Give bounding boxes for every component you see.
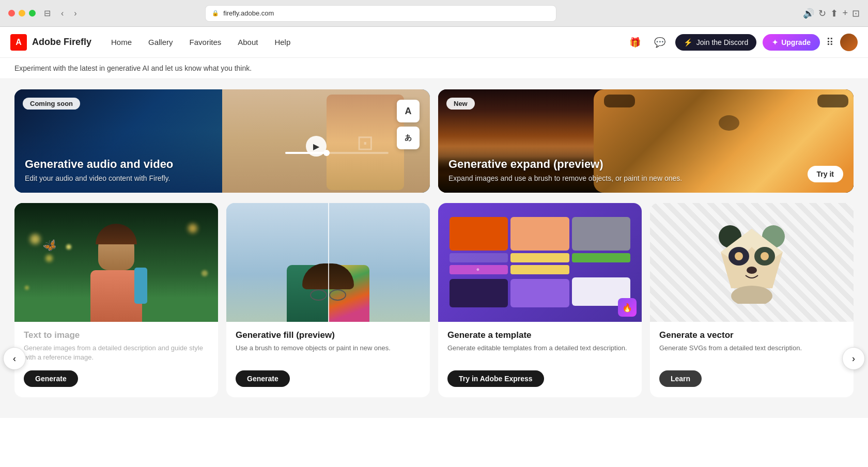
letter-a-icon: A (397, 100, 420, 122)
bokeh-light (202, 270, 208, 276)
hero-card-audio-video[interactable]: ⊡ A あ ▶ Coming soon (14, 89, 430, 193)
firefly-badge: 🔥 (618, 298, 637, 317)
card-title-vector: Generate a vector (659, 330, 844, 340)
feature-card-text-to-image[interactable]: 🦋 (14, 203, 218, 397)
nav-help[interactable]: Help (267, 35, 298, 50)
lock-icon: 🔒 (212, 10, 219, 17)
generate-text-to-image-button[interactable]: Generate (24, 370, 78, 387)
translator-icons: A あ (397, 100, 420, 149)
subtitle-bar: Experiment with the latest in generative… (0, 58, 868, 79)
nav-favorites[interactable]: Favorites (182, 35, 229, 50)
carousel-right-button[interactable]: › (842, 347, 865, 370)
nav-right: 🎁 💬 ⚡ Join the Discord ✦ Upgrade ⠿ (626, 33, 858, 52)
address-bar[interactable]: 🔒 firefly.adobe.com (205, 5, 556, 22)
card-info-text-to-image: Text to image Generate images from a det… (14, 322, 218, 397)
nav-links: Home Gallery Favorites About Help (104, 35, 298, 50)
app-window: A Adobe Firefly Home Gallery Favorites A… (0, 27, 868, 467)
svg-point-8 (747, 267, 757, 274)
sidebar-toggle-button[interactable]: ⊟ (42, 6, 53, 20)
brand[interactable]: A Adobe Firefly (10, 34, 91, 51)
hero-grid: ⊡ A あ ▶ Coming soon (14, 79, 854, 201)
bokeh-light (188, 224, 197, 233)
split-line (328, 203, 329, 322)
hero-card-expand[interactable]: New Generative expand (preview) Expand i… (438, 89, 854, 193)
new-tab-icon[interactable]: + (842, 8, 848, 19)
nav-gallery[interactable]: Gallery (141, 35, 180, 50)
upgrade-star-icon: ✦ (772, 38, 778, 46)
bokeh-light (30, 234, 40, 244)
japanese-icon: あ (397, 127, 420, 149)
card-info-generative-fill: Generative fill (preview) Use a brush to… (226, 322, 430, 397)
video-slider[interactable] (285, 152, 389, 154)
panda-svg (710, 221, 793, 304)
card-image-generative-fill (226, 203, 430, 322)
hero-content-expand: Generative expand (preview) Expand image… (448, 158, 843, 182)
forward-button[interactable]: › (72, 7, 79, 20)
fullscreen-button[interactable] (29, 10, 36, 17)
panda-visual (650, 203, 854, 322)
discord-icon: ⚡ (684, 38, 692, 46)
hero-title-expand: Generative expand (preview) (448, 158, 843, 171)
upload-icon[interactable]: ⬆ (830, 8, 838, 19)
template-visual: ⊕ (438, 203, 642, 322)
card-image-text-to-image: 🦋 (14, 203, 218, 322)
feature-card-template[interactable]: ⊕ (438, 203, 642, 397)
url-text: firefly.adobe.com (223, 9, 274, 17)
upgrade-button[interactable]: ✦ Upgrade (763, 34, 820, 51)
svg-point-7 (761, 252, 769, 260)
card-title-generative-fill: Generative fill (preview) (236, 330, 421, 340)
volume-icon[interactable]: 🔊 (803, 8, 814, 19)
hero-content-audio-video: Generative audio and video Edit your aud… (25, 158, 420, 182)
generate-fill-button[interactable]: Generate (236, 370, 290, 387)
carousel-left-button[interactable]: ‹ (3, 347, 26, 370)
card-desc-vector: Generate SVGs from a detailed text descr… (659, 344, 844, 362)
card-image-vector (650, 203, 854, 322)
card-desc-text-to-image: Generate images from a detailed descript… (24, 344, 209, 362)
traffic-lights (8, 10, 36, 17)
browser-actions: 🔊 ↻ ⬆ + ⊡ (803, 8, 860, 19)
upgrade-label: Upgrade (781, 38, 811, 46)
discord-button[interactable]: ⚡ Join the Discord (675, 34, 756, 51)
girl-figure (90, 229, 142, 322)
back-button[interactable]: ‹ (59, 7, 66, 20)
learn-vector-button[interactable]: Learn (659, 370, 702, 387)
navbar: A Adobe Firefly Home Gallery Favorites A… (0, 27, 868, 58)
apps-grid-icon[interactable]: ⠿ (826, 36, 834, 49)
card-info-template: Generate a template Generate editable te… (438, 322, 642, 397)
carousel-wrapper: ‹ 🦋 (14, 201, 854, 397)
main-content: ⊡ A あ ▶ Coming soon (0, 79, 868, 418)
avatar[interactable] (840, 34, 858, 51)
hero-badge-coming-soon: Coming soon (23, 98, 80, 110)
adobe-logo: A (10, 34, 27, 51)
feature-card-vector[interactable]: Generate a vector Generate SVGs from a d… (650, 203, 854, 397)
hero-desc-expand: Expand images and use a brush to remove … (448, 174, 843, 182)
nav-about[interactable]: About (230, 35, 265, 50)
card-desc-generative-fill: Use a brush to remove objects or paint i… (236, 344, 421, 362)
gift-button[interactable]: 🎁 (626, 33, 644, 52)
try-it-button[interactable]: Try it (808, 166, 843, 182)
refresh-icon[interactable]: ↻ (818, 8, 826, 19)
bokeh-light (66, 244, 71, 250)
svg-point-9 (731, 286, 772, 304)
close-button[interactable] (8, 10, 15, 17)
browser-chrome: ⊟ ‹ › 🔒 firefly.adobe.com 🔊 ↻ ⬆ + ⊡ (0, 0, 868, 27)
hero-title-audio-video: Generative audio and video (25, 158, 420, 171)
chat-button[interactable]: 💬 (650, 33, 669, 52)
svg-point-6 (735, 252, 743, 260)
bokeh-light (25, 286, 29, 290)
card-desc-template: Generate editable templates from a detai… (447, 344, 632, 362)
feature-grid: 🦋 (14, 201, 854, 397)
hero-desc-audio-video: Edit your audio and video content with F… (25, 174, 420, 182)
minimize-button[interactable] (19, 10, 25, 17)
try-adobe-express-button[interactable]: Try in Adobe Express (447, 370, 544, 387)
feature-card-generative-fill[interactable]: Generative fill (preview) Use a brush to… (226, 203, 430, 397)
discord-label: Join the Discord (696, 38, 748, 46)
card-title-text-to-image: Text to image (24, 330, 209, 340)
bokeh-light (45, 255, 53, 262)
split-view-icon[interactable]: ⊡ (852, 8, 860, 19)
card-image-template: ⊕ (438, 203, 642, 322)
brand-name: Adobe Firefly (32, 37, 91, 48)
card-info-vector: Generate a vector Generate SVGs from a d… (650, 322, 854, 397)
card-title-template: Generate a template (447, 330, 632, 340)
nav-home[interactable]: Home (104, 35, 139, 50)
